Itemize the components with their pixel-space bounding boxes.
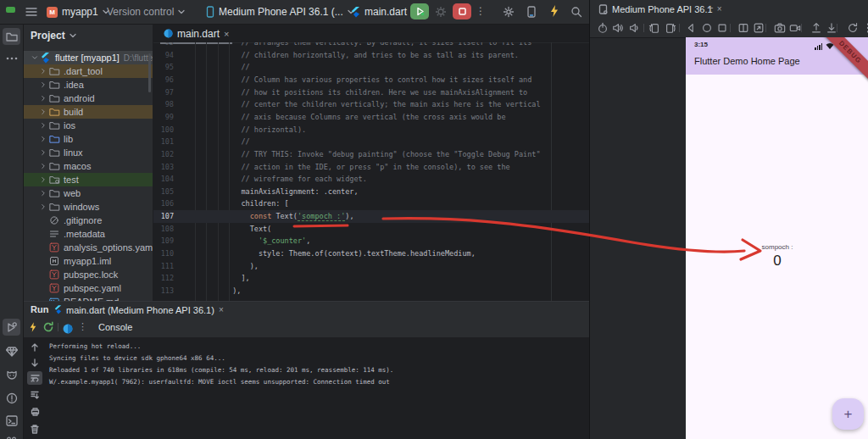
code-line-99[interactable]: 99 // axis because Columns are vertical … [153,111,589,124]
chevron-right-icon[interactable] [39,216,47,225]
tree-item-web[interactable]: web [24,186,153,200]
chevron-right-icon[interactable] [39,284,47,292]
chevron-right-icon[interactable] [39,81,47,89]
code-line-113[interactable]: 113 ), [153,285,589,297]
code-line-95[interactable]: 95 // [153,61,589,74]
chevron-right-icon[interactable] [39,243,47,252]
code-line-105[interactable]: 105 mainAxisAlignment: .center, [153,186,589,198]
save-icon[interactable] [826,22,837,34]
project-scrollbar[interactable] [148,53,151,92]
code-line-100[interactable]: 100 // horizontal). [153,124,589,136]
close-icon[interactable]: × [717,4,722,14]
hot-reload-button[interactable] [549,4,559,21]
tab-main-dart[interactable]: main.dart × [160,25,232,44]
tree-item-lib[interactable]: lib [24,132,153,146]
tree-item-linux[interactable]: linux [24,146,153,159]
tree-item-pubspec-lock[interactable]: pubspec.lock [24,268,153,281]
tree-item-readme-md[interactable]: README.md [24,295,153,301]
fold-icon[interactable] [737,22,749,34]
more-actions-button[interactable]: ⋮ [476,5,486,17]
console-tab[interactable]: Console [98,322,132,332]
soft-wrap-button[interactable] [27,371,42,385]
scroll-up-button[interactable] [27,341,42,354]
code-line-97[interactable]: 97 // how it positions its children. Her… [153,86,589,99]
code-line-108[interactable]: 108 Text( [153,223,589,236]
chevron-down-icon[interactable] [31,53,39,62]
chevron-right-icon[interactable] [39,175,47,184]
code-line-104[interactable]: 104 // wireframe for each widget. [153,173,589,186]
tree-item--gitignore[interactable]: .gitignore [24,214,153,227]
tool-vcs-button[interactable] [3,434,20,439]
vcs-selector[interactable]: Version control [107,0,185,24]
rotate-right-icon[interactable] [665,22,676,34]
close-icon[interactable]: × [219,305,224,314]
code-line-111[interactable]: 111 ), [153,260,589,273]
home-icon[interactable] [701,22,713,34]
tool-run-button[interactable] [3,319,20,336]
chevron-right-icon[interactable] [39,203,47,211]
tree-item-android[interactable]: android [24,92,153,105]
scroll-down-button[interactable] [27,356,42,370]
code-line-94[interactable]: 94 // children horizontally, and tries t… [153,49,589,62]
rotate-left-icon[interactable] [648,22,660,34]
device-selector[interactable]: Medium Phone API 36.1 (... [206,0,354,24]
tree-item-flutter-myapp1-[interactable]: flutter [myapp1]D:\flutter [24,51,153,64]
hot-reload-button[interactable] [29,321,37,336]
run-button[interactable] [410,3,429,19]
project-selector[interactable]: M myapp1 [47,0,109,24]
print-button[interactable] [27,405,42,419]
snapshots-icon[interactable] [847,22,859,34]
code-line-107[interactable]: 107 const Text('sompoch :'), [153,210,589,223]
power-icon[interactable] [597,22,609,34]
record-icon[interactable] [789,22,801,34]
tree-item--dart-tool[interactable]: .dart_tool [24,64,153,78]
scroll-to-end-button[interactable] [27,388,42,402]
back-icon[interactable] [685,22,697,34]
tree-item-myapp1-iml[interactable]: myapp1.iml [24,254,153,268]
main-menu-button[interactable] [25,0,37,24]
increment-fab[interactable]: + [832,398,864,430]
code-line-109[interactable]: 109 '$_counter', [153,235,589,247]
chevron-right-icon[interactable] [39,189,47,197]
chevron-right-icon[interactable] [39,121,47,130]
code-line-98[interactable]: 98 // center the children vertically; th… [153,98,589,111]
chevron-right-icon[interactable] [39,148,47,157]
screenshot-icon[interactable] [774,22,786,34]
volume-down-icon[interactable] [628,22,640,34]
volume-up-icon[interactable] [612,22,624,34]
code-line-110[interactable]: 110 style: Theme.of(context).textTheme.h… [153,247,589,260]
settings-sync-button[interactable] [503,6,515,18]
search-everywhere-button[interactable] [570,6,582,18]
chevron-right-icon[interactable] [39,257,47,265]
device-manager-button[interactable] [526,6,537,18]
run-tab[interactable]: main.dart (Medium Phone API 36.1) × [51,302,227,320]
tool-logcat-button[interactable] [3,367,20,384]
chevron-right-icon[interactable] [39,67,47,75]
code-line-103[interactable]: 103 // action in the IDE, or press "p" i… [153,161,589,174]
tree-item-analysis-options-yaml[interactable]: analysis_options.yaml [24,241,153,254]
code-line-106[interactable]: 106 children: [ [153,197,589,210]
tree-item-windows[interactable]: windows [24,200,153,214]
debug-button[interactable] [435,6,447,21]
close-icon[interactable]: × [224,29,229,39]
stop-button[interactable] [453,3,471,19]
chevron-right-icon[interactable] [39,270,47,279]
new-tab-button[interactable]: + [707,2,714,14]
chevron-right-icon[interactable] [39,230,47,238]
chevron-right-icon[interactable] [39,94,47,103]
chevron-right-icon[interactable] [39,108,47,116]
emulator-tab[interactable]: Medium Phone API 36.1 × [595,0,725,19]
chevron-right-icon[interactable] [39,162,47,170]
hot-restart-button[interactable] [42,321,54,336]
overview-icon[interactable] [716,22,728,34]
tree-item-macos[interactable]: macos [24,159,153,173]
tool-more-button[interactable] [3,50,20,67]
project-panel-header[interactable]: Project [31,25,76,47]
code-line-101[interactable]: 101 // [153,136,589,148]
tree-item--idea[interactable]: .idea [24,78,153,92]
more-icon[interactable] [862,22,868,34]
code-line-96[interactable]: 96 // Column has various properties to c… [153,74,589,86]
share-icon[interactable] [810,22,822,34]
tree-item-build[interactable]: build [24,105,153,119]
tree-item-pubspec-yaml[interactable]: pubspec.yaml [24,281,153,295]
